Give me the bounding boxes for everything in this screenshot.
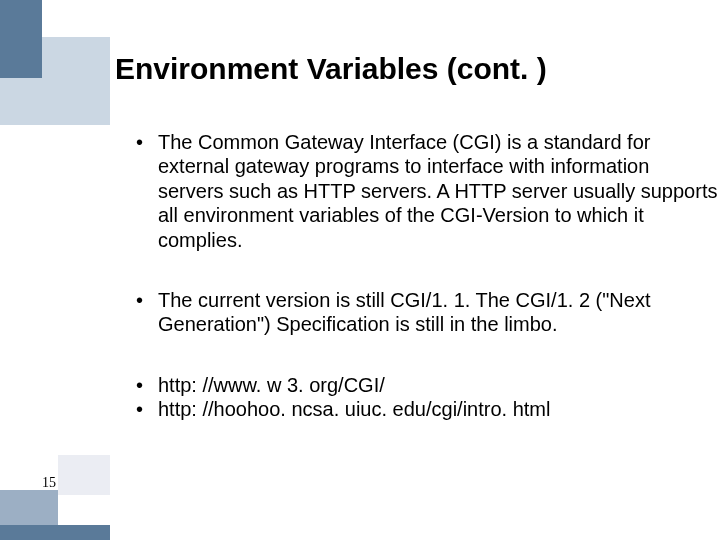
page-number: 15 xyxy=(42,475,56,491)
bullet-item: http: //hoohoo. ncsa. uiuc. edu/cgi/intr… xyxy=(130,397,720,421)
decor-block xyxy=(58,455,110,495)
bullet-item: http: //www. w 3. org/CGI/ xyxy=(130,373,720,397)
slide-title: Environment Variables (cont. ) xyxy=(115,52,547,86)
decor-block xyxy=(0,525,110,540)
bullet-item: The current version is still CGI/1. 1. T… xyxy=(130,288,720,337)
slide-body: The Common Gateway Interface (CGI) is a … xyxy=(130,130,720,422)
sidebar-decoration xyxy=(0,0,110,540)
bullet-item: The Common Gateway Interface (CGI) is a … xyxy=(130,130,720,252)
decor-block xyxy=(0,0,42,78)
